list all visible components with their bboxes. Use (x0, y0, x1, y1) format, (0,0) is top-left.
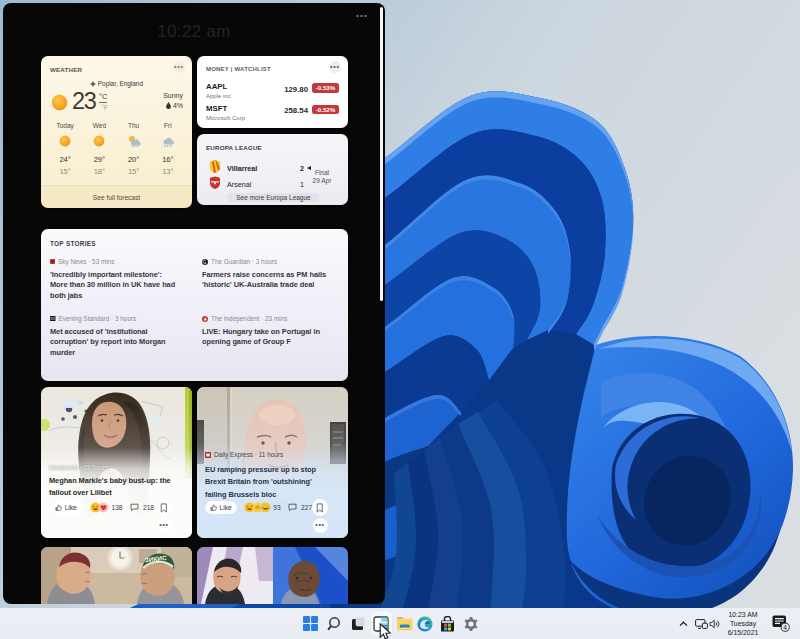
story-headline: Farmers raise concerns as PM hails 'hist… (202, 270, 340, 291)
taskbar: 10:23 AM Tuesday 6/15/2021 4 (0, 608, 800, 639)
mouse-cursor (379, 623, 392, 639)
tray-weekday: Tuesday (717, 619, 769, 628)
story-meta-label: The Guardian · 3 hours (211, 258, 277, 265)
match-status-label: Final (310, 169, 334, 177)
change-badge: -0.52% (312, 105, 339, 115)
task-view-button[interactable] (346, 608, 370, 639)
bookmark-icon (160, 503, 168, 513)
top-stories-widget[interactable]: TOP STORIES Sky News · 53 mins 'Incredib… (41, 229, 348, 381)
svg-text:ES: ES (51, 317, 55, 321)
money-widget[interactable]: MONEY | WATCHLIST ••• AAPL Apple inc 129… (197, 56, 348, 128)
more-options-button[interactable]: ••• (313, 518, 328, 533)
start-button[interactable] (298, 608, 322, 639)
like-button[interactable]: Like (205, 501, 237, 514)
sun-icon (51, 94, 68, 111)
weather-widget[interactable]: WEATHER ••• Poplar, England 23 °C °F Sun… (41, 56, 192, 208)
villarreal-crest (209, 160, 221, 173)
sunny-icon (59, 135, 71, 147)
precipitation: 4% (166, 102, 183, 109)
unit-fahrenheit[interactable]: °F (101, 104, 108, 111)
like-button[interactable]: Like (49, 501, 83, 514)
news-actions: Like 138 218 (49, 501, 186, 514)
thumbs-up-icon (55, 504, 62, 511)
tray-network-button[interactable] (695, 608, 708, 639)
tray-chevron-button[interactable] (679, 608, 688, 639)
location-icon (90, 81, 96, 87)
story-headline: Met accused of 'institutional corruption… (50, 327, 180, 359)
unit-celsius[interactable]: °C (99, 92, 107, 103)
weather-menu-icon[interactable]: ••• (173, 61, 185, 73)
top-stories-title: TOP STORIES (50, 240, 96, 247)
see-more-europa-league-button[interactable]: See more Europa League (227, 193, 320, 202)
story-item[interactable]: ES Evening Standard · 3 hours Met accuse… (50, 315, 180, 359)
forecast-day[interactable]: Wed 29° 18° (82, 122, 116, 176)
story-item[interactable]: Sky News · 53 mins 'Incredibly important… (50, 258, 180, 302)
news-image-eu (197, 387, 348, 538)
stock-row[interactable]: MSFT Microsoft Corp 258.54 -0.52% (206, 104, 339, 122)
forecast-icon (117, 133, 151, 146)
notification-count: 4 (783, 624, 787, 631)
store-button[interactable] (435, 608, 459, 639)
news-card-partial-right[interactable] (197, 547, 348, 604)
forecast-icon (82, 133, 116, 146)
story-item[interactable]: The Guardian · 3 hours Farmers raise con… (202, 258, 340, 291)
panel-scrollbar[interactable] (380, 7, 383, 301)
tray-clock[interactable]: 10:23 AM Tuesday 6/15/2021 (717, 610, 769, 638)
weather-location-label: Poplar, England (98, 80, 143, 87)
news-meta: Daily Express · 11 hours (205, 451, 283, 458)
forecast-day[interactable]: Fri 16° 13° (151, 122, 185, 176)
settings-gear-icon (463, 616, 479, 632)
stock-row[interactable]: AAPL Apple inc 129.80 -0.53% (206, 82, 339, 100)
comment-icon (288, 503, 297, 512)
sports-title: EUROPA LEAGUE (206, 144, 262, 151)
comment-button[interactable]: 227 (288, 503, 313, 512)
rain-cloud-icon (161, 135, 175, 147)
bookmark-button[interactable] (312, 499, 328, 516)
evening-standard-icon: ES (50, 316, 56, 322)
panel-menu-icon[interactable]: ••• (356, 11, 368, 20)
sports-widget[interactable]: EUROPA LEAGUE Villarreal 2 Arsenal 1 (197, 134, 348, 205)
widgets-panel: 10:22 am ••• WEATHER ••• Poplar, England… (3, 3, 385, 604)
search-button[interactable] (322, 608, 346, 639)
settings-button[interactable] (459, 608, 483, 639)
guardian-icon (202, 259, 208, 265)
independent-icon (202, 316, 208, 322)
edge-button[interactable] (413, 608, 437, 639)
match-status: Final 29 Apr (310, 169, 334, 185)
comment-button[interactable]: 218 (130, 503, 155, 512)
news-meta-label: Daily Express · 11 hours (214, 451, 283, 458)
forecast-day[interactable]: Thu 20° 15° (117, 122, 151, 176)
comment-count: 218 (143, 504, 154, 511)
windows-start-icon (303, 616, 318, 631)
news-card-meghan[interactable]: Heatworld · 18 hours Meghan Markle's bab… (41, 387, 192, 538)
weather-location: Poplar, England (41, 80, 192, 87)
match-date-label: 29 Apr (310, 177, 334, 185)
droplet-icon (166, 102, 171, 109)
like-label: Like (65, 504, 77, 511)
story-meta-label: The Independent · 23 mins (211, 315, 287, 322)
story-headline: LIVE: Hungary take on Portugal in openin… (202, 327, 340, 348)
notification-center-button[interactable]: 4 (772, 615, 791, 632)
news-card-eu[interactable]: Daily Express · 11 hours EU ramping pres… (197, 387, 348, 538)
bookmark-icon (316, 503, 324, 513)
task-view-icon (351, 616, 366, 631)
news-card-partial-left[interactable]: ЗИКИС (41, 547, 192, 604)
see-full-forecast-link[interactable]: See full forecast (41, 185, 192, 208)
change-badge: -0.53% (312, 83, 339, 93)
news-headline: Meghan Markle's baby bust-up: the fallou… (49, 475, 179, 500)
more-options-button[interactable]: ••• (157, 518, 172, 533)
money-menu-icon[interactable]: ••• (329, 61, 341, 73)
forecast-day[interactable]: Today 24° 15° (48, 122, 82, 176)
chevron-up-icon (679, 621, 688, 627)
heart-emoji-icon (98, 502, 109, 513)
store-icon (440, 616, 455, 632)
comment-icon (130, 503, 139, 512)
desktop: 10:22 am ••• WEATHER ••• Poplar, England… (0, 0, 800, 639)
story-item[interactable]: The Independent · 23 mins LIVE: Hungary … (202, 315, 340, 348)
tray-time: 10:23 AM (717, 610, 769, 619)
file-explorer-icon (396, 616, 413, 631)
news-headline: EU ramping pressure up to stop Brexit Br… (205, 464, 335, 501)
bookmark-button[interactable] (155, 499, 172, 516)
comment-count: 227 (301, 504, 312, 511)
reaction-count: 93 (273, 504, 280, 511)
